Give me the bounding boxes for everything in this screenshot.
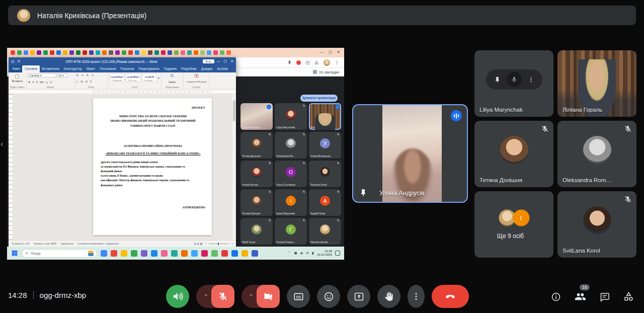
style-chip[interactable]: АаБбВвГБез інтер…: [126, 73, 141, 82]
taskbar-clock[interactable]: 14:28 19.02.2025: [317, 250, 332, 257]
favicon[interactable]: [24, 50, 28, 55]
word-minimize-icon[interactable]: —: [217, 59, 220, 63]
mini-participant-tile[interactable]: ААндрій Хома: [309, 189, 341, 216]
favicon[interactable]: [101, 250, 107, 257]
mini-participant-tile[interactable]: Наталія Крихів…: [309, 218, 341, 245]
overflow-tile[interactable]: І Ще 9 осіб: [474, 191, 553, 258]
favicon[interactable]: [11, 50, 15, 55]
mini-participant-tile[interactable]: Liliya Marynchak: [275, 103, 307, 130]
mini-participant-tile[interactable]: •Ліліана Гораль: [309, 103, 341, 130]
zoom-out-button[interactable]: −: [205, 242, 206, 245]
favicon[interactable]: [83, 50, 87, 55]
mini-participant-tile[interactable]: Тетяна Долішня: [240, 132, 273, 159]
status-language[interactable]: українська: [61, 242, 73, 245]
mute-button[interactable]: [507, 72, 522, 87]
speaker-audio-button[interactable]: [166, 285, 189, 308]
favicon[interactable]: [122, 50, 126, 55]
participant-tile[interactable]: Тетяна Долішня: [474, 121, 553, 187]
zoom-in-button[interactable]: +: [231, 242, 233, 245]
word-close-icon[interactable]: ✕: [230, 59, 233, 63]
word-tab-file[interactable]: Файл: [10, 65, 22, 72]
browser-tab-strip[interactable]: [7, 48, 344, 57]
favicon[interactable]: [211, 250, 218, 257]
font-format-button[interactable]: П: [36, 81, 38, 84]
participant-tile[interactable]: SvitLana Korol: [557, 191, 636, 258]
pdf-icon[interactable]: [194, 73, 199, 78]
word-signin-button[interactable]: Вхід: [203, 59, 214, 63]
favicon[interactable]: [231, 250, 238, 257]
word-scrollbar[interactable]: [232, 94, 236, 240]
extensions-icon[interactable]: [305, 60, 310, 65]
paste-button[interactable]: Вставити: [10, 73, 25, 83]
reactions-button[interactable]: [317, 285, 340, 308]
raise-hand-button[interactable]: [377, 285, 400, 308]
mic-mute-button[interactable]: [211, 285, 234, 308]
undo-icon[interactable]: ↺: [17, 59, 20, 63]
activities-button-icon[interactable]: [623, 291, 634, 302]
favicon[interactable]: [187, 50, 192, 55]
favicon[interactable]: [148, 50, 152, 55]
favicon[interactable]: [141, 50, 146, 55]
maximize-icon[interactable]: ▢: [329, 50, 333, 54]
favicon[interactable]: [200, 50, 205, 55]
word-tab-розсилки[interactable]: Розсилки: [118, 65, 136, 72]
document-page[interactable]: ПРОЕКТ МІНІСТЕРСТВО ОСВІТИ І НАУКИ УКРАЇ…: [93, 98, 212, 235]
favicon[interactable]: [213, 50, 218, 55]
pin-icon[interactable]: [494, 76, 501, 83]
browser-profile-avatar[interactable]: [324, 59, 330, 66]
word-tab-рецензування[interactable]: Рецензування: [136, 65, 162, 72]
font-format-buttons[interactable]: ЖКПабхх₂х²: [28, 81, 73, 84]
system-tray[interactable]: ⌃ ▣ ◈ ≋ ▮ 14:28 19.02.2025: [288, 250, 340, 257]
word-maximize-icon[interactable]: ▢: [224, 59, 227, 63]
mini-participant-tile[interactable]: Уляна Костюк: [240, 161, 273, 187]
favicon[interactable]: [154, 50, 159, 55]
word-tab-вставлення[interactable]: Вставлення: [40, 65, 61, 72]
tile-hover-controls[interactable]: [486, 69, 542, 90]
favicon[interactable]: [37, 50, 41, 55]
present-button[interactable]: [347, 285, 370, 308]
font-name-select[interactable]: Cambria ▾: [28, 73, 56, 77]
favicon[interactable]: [56, 50, 61, 55]
chat-button-icon[interactable]: [600, 292, 610, 302]
font-format-button[interactable]: х²: [50, 81, 52, 84]
start-button-icon[interactable]: [11, 250, 18, 257]
favicon[interactable]: [220, 50, 224, 55]
favicon[interactable]: [207, 50, 211, 55]
favicon[interactable]: [115, 50, 120, 55]
status-page[interactable]: Сторінка 1 з 20: [12, 242, 29, 245]
favicon[interactable]: [168, 50, 172, 55]
favicon[interactable]: [221, 250, 228, 257]
favicon[interactable]: [17, 50, 22, 55]
favicon[interactable]: [128, 50, 133, 55]
favicon[interactable]: [194, 50, 198, 55]
favicon[interactable]: [63, 50, 67, 55]
status-accessibility[interactable]: Спеціальні можливості: задовільно: [77, 242, 119, 245]
windows-taskbar[interactable]: Пошук ⌃ ▣ ◈ ≋ ▮ 14:28 19.02.2025: [7, 247, 344, 260]
taskbar-search[interactable]: Пошук: [22, 249, 97, 258]
status-words[interactable]: Кількість слів: 5409: [34, 242, 56, 245]
word-tab-посилання[interactable]: Посилання: [98, 65, 118, 72]
word-tab-подання[interactable]: Подання: [162, 65, 179, 72]
tray-chevron-icon[interactable]: ⌃: [288, 251, 291, 255]
favicon[interactable]: [191, 250, 198, 257]
favicon[interactable]: [135, 50, 139, 55]
more-options-button[interactable]: [408, 285, 425, 308]
meeting-details-icon[interactable]: [551, 292, 561, 302]
view-buttons[interactable]: ▤ ▥ ▦: [194, 242, 202, 245]
favicon[interactable]: [141, 250, 147, 257]
favicon[interactable]: [50, 50, 54, 55]
captions-button[interactable]: [287, 285, 310, 308]
all-bookmarks-button[interactable]: Усі закладки: [313, 70, 339, 74]
mini-participant-tile[interactable]: ІІрина Федосова: [275, 189, 307, 216]
favicon[interactable]: [96, 50, 100, 55]
favicon[interactable]: [43, 50, 48, 55]
favicon[interactable]: [161, 50, 166, 55]
word-title-bar[interactable]: ↺ ОПП ФТІК-2025-проект (122.245) [Режим …: [9, 57, 236, 65]
zoom-slider[interactable]: [209, 244, 229, 244]
end-call-button[interactable]: [432, 285, 469, 308]
notification-center-icon[interactable]: [335, 251, 340, 256]
find-icon[interactable]: [170, 73, 175, 78]
participant-tile[interactable]: Liliya Marynchak: [474, 50, 553, 117]
browser-menu-icon[interactable]: [335, 60, 339, 65]
shared-screen[interactable]: — ▢ ✕ РОБОЧІ та ре-бє… НЗВО Усі закладки…: [7, 48, 344, 260]
